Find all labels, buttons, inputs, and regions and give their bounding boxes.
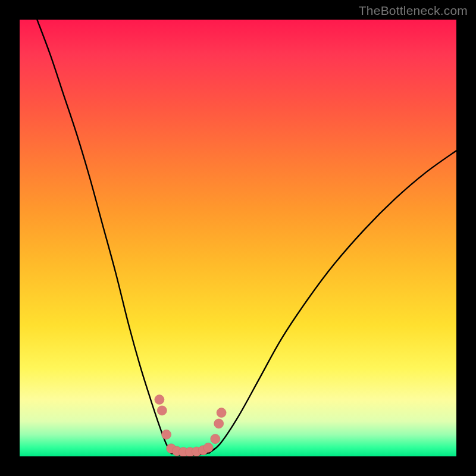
watermark-text: TheBottleneck.com <box>359 4 468 18</box>
valley-marker-group <box>155 395 226 456</box>
valley-marker <box>157 406 167 415</box>
valley-marker <box>162 430 171 439</box>
chart-stage: TheBottleneck.com <box>0 0 476 476</box>
valley-marker <box>155 395 164 405</box>
bottleneck-curve <box>37 20 456 455</box>
valley-marker <box>211 434 220 444</box>
valley-marker <box>214 419 224 428</box>
plot-area <box>20 20 456 456</box>
valley-marker <box>217 408 226 418</box>
curve-layer <box>20 20 456 456</box>
valley-marker <box>203 443 213 452</box>
